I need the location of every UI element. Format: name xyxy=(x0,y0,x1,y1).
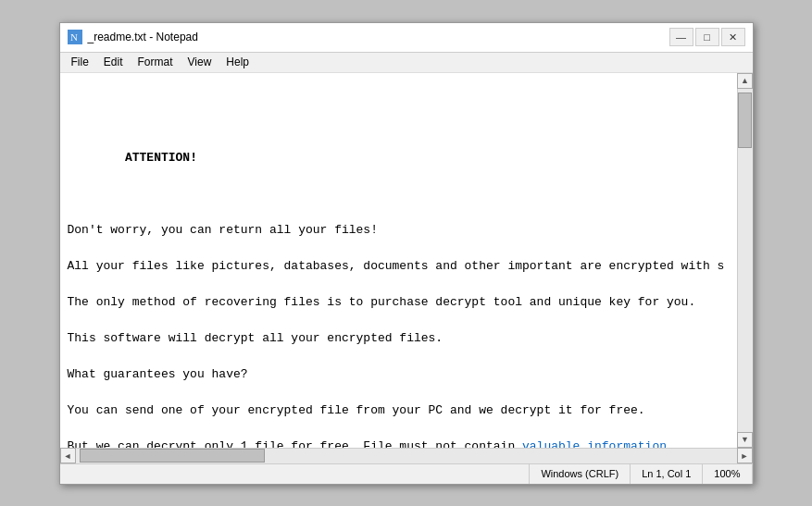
h-scroll-thumb[interactable] xyxy=(80,449,265,463)
content-area: MALWARETIPS.COM ATTENTION! Don't worry, … xyxy=(60,73,753,448)
menu-bar: File Edit Format View Help xyxy=(60,53,753,73)
app-icon: N xyxy=(68,30,82,44)
status-empty xyxy=(60,464,531,484)
vertical-scrollbar[interactable]: ▲ ▼ xyxy=(737,73,753,448)
svg-text:N: N xyxy=(70,31,78,43)
notepad-window: N _readme.txt - Notepad — □ ✕ File Edit … xyxy=(59,22,754,485)
window-title: _readme.txt - Notepad xyxy=(88,31,669,43)
text-editor[interactable]: MALWARETIPS.COM ATTENTION! Don't worry, … xyxy=(60,73,737,448)
title-bar: N _readme.txt - Notepad — □ ✕ xyxy=(60,23,753,53)
status-encoding: Windows (CRLF) xyxy=(530,464,631,484)
restore-button[interactable]: □ xyxy=(695,28,719,46)
scroll-thumb[interactable] xyxy=(738,93,752,148)
scroll-up-button[interactable]: ▲ xyxy=(737,73,753,89)
minimize-button[interactable]: — xyxy=(669,28,693,46)
close-button[interactable]: ✕ xyxy=(721,28,745,46)
menu-file[interactable]: File xyxy=(64,54,96,70)
horizontal-scrollbar[interactable]: ◄ ► xyxy=(60,448,753,463)
h-scroll-track[interactable] xyxy=(76,449,737,463)
scroll-track[interactable] xyxy=(738,89,753,432)
menu-format[interactable]: Format xyxy=(131,54,181,70)
text-content: MALWARETIPS.COM ATTENTION! Don't worry, … xyxy=(68,113,730,448)
menu-help[interactable]: Help xyxy=(219,54,256,70)
scroll-down-button[interactable]: ▼ xyxy=(737,432,753,448)
menu-edit[interactable]: Edit xyxy=(96,54,131,70)
window-controls: — □ ✕ xyxy=(669,28,745,46)
status-zoom: 100% xyxy=(703,464,752,484)
scroll-left-button[interactable]: ◄ xyxy=(60,448,76,463)
menu-view[interactable]: View xyxy=(181,54,219,70)
status-position: Ln 1, Col 1 xyxy=(631,464,703,484)
status-bar: Windows (CRLF) Ln 1, Col 1 100% xyxy=(60,463,753,484)
scroll-right-button[interactable]: ► xyxy=(737,448,753,463)
